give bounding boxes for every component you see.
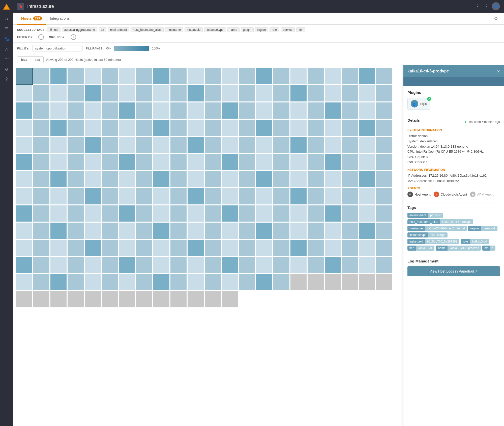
host-cell[interactable] — [359, 222, 376, 239]
host-cell[interactable] — [187, 85, 204, 102]
host-cell[interactable] — [101, 102, 118, 119]
host-cell[interactable] — [118, 256, 136, 274]
host-cell[interactable] — [239, 68, 256, 85]
host-cell[interactable] — [376, 188, 393, 205]
host-cell[interactable] — [376, 119, 393, 136]
host-cell[interactable] — [187, 188, 204, 205]
host-cell[interactable] — [67, 222, 84, 239]
host-cell[interactable] — [307, 68, 324, 85]
host-cell[interactable] — [84, 153, 101, 171]
host-cell[interactable] — [170, 188, 187, 205]
group-add-button[interactable]: + — [71, 34, 76, 40]
help-icon[interactable]: ? — [3, 75, 11, 83]
host-cell[interactable] — [307, 85, 324, 102]
host-cell[interactable] — [341, 205, 359, 222]
host-cell[interactable] — [118, 205, 136, 222]
host-cell[interactable] — [221, 205, 239, 222]
host-cell[interactable] — [359, 136, 376, 153]
host-cell[interactable] — [118, 291, 136, 308]
host-cell[interactable] — [187, 291, 204, 308]
host-cell[interactable] — [239, 222, 256, 239]
host-cell[interactable] — [359, 102, 376, 119]
host-cell[interactable] — [153, 102, 170, 119]
host-cell[interactable] — [307, 274, 324, 291]
host-cell[interactable] — [118, 153, 136, 171]
tag-pill[interactable]: environmentprodvpc — [407, 213, 443, 218]
tag-chip-host-alias[interactable]: host_hostname_alias — [131, 27, 164, 32]
tag-chip-instancetype[interactable]: instancetype — [204, 27, 226, 32]
host-cell[interactable] — [136, 291, 153, 308]
host-cell[interactable] — [118, 239, 136, 256]
host-cell[interactable] — [101, 136, 118, 153]
host-cell[interactable] — [67, 85, 84, 102]
host-cell[interactable] — [324, 119, 341, 136]
host-cell[interactable] — [16, 136, 33, 153]
host-cell[interactable] — [324, 102, 341, 119]
host-cell[interactable] — [136, 85, 153, 102]
host-cell[interactable] — [118, 188, 136, 205]
host-cell[interactable] — [33, 274, 50, 291]
host-cell[interactable] — [153, 119, 170, 136]
page-settings-icon[interactable]: ⚙ — [492, 14, 500, 23]
host-cell[interactable] — [290, 256, 307, 274]
host-cell[interactable] — [221, 291, 239, 308]
host-cell[interactable] — [204, 153, 221, 171]
host-cell[interactable] — [256, 136, 273, 153]
host-cell[interactable] — [307, 222, 324, 239]
host-cell[interactable] — [101, 171, 118, 188]
host-cell[interactable] — [221, 274, 239, 291]
host-cell[interactable] — [359, 205, 376, 222]
host-cell[interactable] — [221, 102, 239, 119]
host-cell[interactable] — [50, 256, 67, 274]
host-cell[interactable] — [16, 205, 33, 222]
tab-hosts[interactable]: Hosts 299 — [17, 13, 46, 25]
host-cell[interactable] — [33, 222, 50, 239]
host-cell[interactable] — [170, 256, 187, 274]
host-cell[interactable] — [50, 239, 67, 256]
host-cell[interactable] — [67, 291, 84, 308]
host-cell[interactable] — [67, 274, 84, 291]
host-cell[interactable] — [376, 222, 393, 239]
detail-close-button[interactable]: × — [497, 69, 500, 74]
host-cell[interactable] — [256, 102, 273, 119]
host-cell[interactable] — [239, 205, 256, 222]
host-cell[interactable] — [324, 68, 341, 85]
host-cell[interactable] — [16, 188, 33, 205]
tab-integrations[interactable]: Integrations — [46, 13, 74, 25]
host-cell[interactable] — [307, 239, 324, 256]
tag-pill[interactable]: rolekafka10-c4 — [461, 239, 489, 244]
host-cell[interactable] — [50, 291, 67, 308]
host-cell[interactable] — [153, 239, 170, 256]
host-cell[interactable] — [256, 256, 273, 274]
tag-pill[interactable]: namekafka10-c4-6-prodvpc — [436, 246, 481, 251]
host-cell[interactable] — [376, 256, 393, 274]
host-cell[interactable] — [239, 256, 256, 274]
host-cell[interactable] — [273, 102, 290, 119]
host-cell[interactable] — [16, 68, 33, 85]
host-cell[interactable] — [170, 171, 187, 188]
metrics-icon[interactable]: 〰 — [3, 55, 11, 63]
tag-chip-plugin[interactable]: plugin — [241, 27, 254, 32]
host-cell[interactable] — [239, 188, 256, 205]
host-cell[interactable] — [341, 136, 359, 153]
host-cell[interactable] — [153, 256, 170, 274]
view-logs-button[interactable]: View Host Logs in Papertrail ↗ — [407, 266, 500, 276]
host-cell[interactable] — [33, 291, 50, 308]
host-cell[interactable] — [16, 222, 33, 239]
host-cell[interactable] — [67, 171, 84, 188]
host-cell[interactable] — [84, 136, 101, 153]
host-cell[interactable] — [359, 153, 376, 171]
host-cell[interactable] — [341, 119, 359, 136]
host-cell[interactable] — [376, 102, 393, 119]
host-cell[interactable] — [136, 274, 153, 291]
host-cell[interactable] — [290, 205, 307, 222]
host-cell[interactable] — [204, 85, 221, 102]
host-cell[interactable] — [376, 85, 393, 102]
host-cell[interactable] — [273, 136, 290, 153]
host-cell[interactable] — [170, 68, 187, 85]
host-cell[interactable] — [33, 153, 50, 171]
host-cell[interactable] — [239, 153, 256, 171]
home-icon[interactable]: ⌂ — [3, 15, 11, 23]
tag-chip-host[interactable]: @host — [47, 27, 61, 32]
host-cell[interactable] — [153, 188, 170, 205]
